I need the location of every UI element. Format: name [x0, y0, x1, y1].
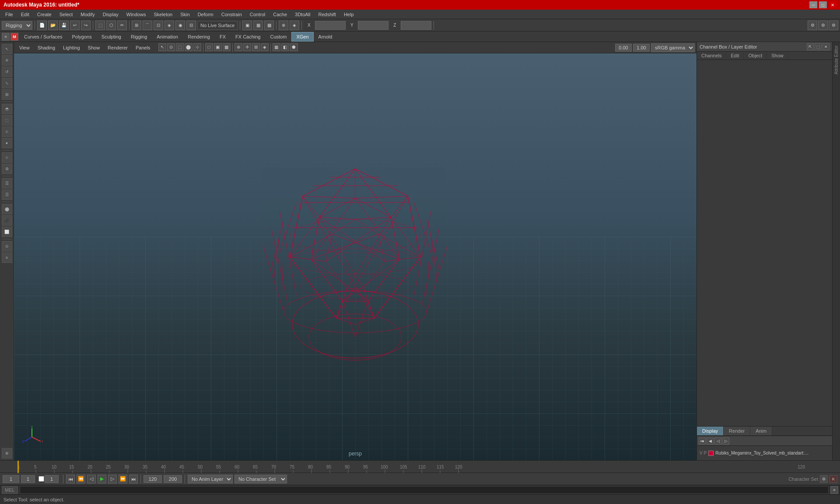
menu-create[interactable]: Create — [34, 11, 55, 18]
snap-view-icon[interactable]: ⊟ — [186, 21, 196, 30]
menu-modify[interactable]: Modify — [77, 11, 98, 18]
menu-select[interactable]: Select — [56, 11, 77, 18]
close-button[interactable]: ✕ — [829, 1, 836, 8]
edit-tab[interactable]: Edit — [726, 52, 744, 60]
vp-shading-1[interactable]: ▦ — [273, 43, 280, 51]
settings-icon-right-1[interactable]: ⚙ — [808, 21, 817, 30]
layer-nav-first[interactable]: ⏮ — [699, 438, 706, 444]
channel-close-icon[interactable]: ✕ — [822, 43, 830, 50]
menu-redshift[interactable]: Redshift — [315, 11, 340, 18]
render-layer[interactable]: ☲ — [2, 189, 12, 200]
xform-icon[interactable]: ⊕ — [279, 21, 288, 30]
menu-3dtool[interactable]: 3DtoAll — [291, 11, 314, 18]
vp-display-3[interactable]: ▩ — [223, 43, 231, 51]
mode-dropdown[interactable]: Rigging — [2, 21, 32, 30]
menu-cache[interactable]: Cache — [270, 11, 290, 18]
anim-layer-tab[interactable]: Anim — [750, 427, 772, 435]
bottom-tool[interactable]: ⊕ — [2, 448, 12, 458]
vp-view-menu[interactable]: View — [16, 44, 33, 51]
snap-curve-icon[interactable]: ⌒ — [143, 21, 152, 30]
color-space-dropdown[interactable]: sRGB gamma — [651, 43, 695, 52]
lasso-tool[interactable]: ⊂ — [2, 126, 12, 137]
select-icon[interactable]: ⬚ — [95, 21, 105, 30]
soft-select[interactable]: ◓ — [2, 104, 12, 114]
maximize-button[interactable]: □ — [819, 1, 827, 8]
char-set-menu-btn[interactable]: ⚙ — [820, 475, 828, 483]
tool-settings[interactable]: ⚙ — [2, 164, 12, 174]
menu-display[interactable]: Display — [99, 11, 122, 18]
render-layer-tab[interactable]: Render — [724, 427, 750, 435]
vp-tool-5[interactable]: ⊹ — [193, 43, 201, 51]
menu-help[interactable]: Help — [340, 11, 357, 18]
render-icon[interactable]: ▣ — [242, 21, 252, 30]
rotate-tool[interactable]: ↺ — [2, 66, 12, 77]
input-icon[interactable]: ◈ — [290, 21, 299, 30]
menu-edit[interactable]: Edit — [18, 11, 33, 18]
menu-skin[interactable]: Skin — [177, 11, 193, 18]
snap-point-icon[interactable]: ⊡ — [154, 21, 163, 30]
snap-surface-icon[interactable]: ◈ — [164, 21, 174, 30]
outliner[interactable]: ≡ — [2, 252, 12, 263]
channel-box[interactable]: ⬤ — [2, 204, 12, 214]
new-file-icon[interactable]: 📄 — [37, 21, 47, 30]
layer-color-swatch[interactable] — [708, 451, 714, 456]
snap-to-grid[interactable]: ⊹ — [2, 152, 12, 163]
vp-lighting-menu[interactable]: Lighting — [60, 44, 84, 51]
layer-nav-next-sel[interactable]: ▷ — [722, 438, 729, 444]
channel-float-icon[interactable]: ⬚ — [815, 43, 822, 50]
vp-shading-menu[interactable]: Shading — [34, 44, 59, 51]
layer-nav-prev[interactable]: ◀ — [707, 438, 714, 444]
step-back-btn[interactable]: ⏪ — [77, 475, 85, 483]
menu-deform[interactable]: Deform — [194, 11, 217, 18]
vp-shading-3[interactable]: ⬟ — [290, 43, 298, 51]
menu-windows[interactable]: Windows — [123, 11, 150, 18]
play-btn[interactable]: ▶ — [98, 475, 106, 483]
mel-input[interactable] — [20, 486, 829, 494]
menu-skeleton[interactable]: Skeleton — [150, 11, 176, 18]
vp-snap-3[interactable]: ⊞ — [252, 43, 260, 51]
vp-renderer-menu[interactable]: Renderer — [104, 44, 131, 51]
open-file-icon[interactable]: 📂 — [48, 21, 58, 30]
shelf-tab-custom[interactable]: Custom — [266, 32, 292, 42]
mel-label[interactable]: MEL — [2, 486, 18, 494]
shelf-tab-rigging[interactable]: Rigging — [126, 32, 152, 42]
shelf-menu-icon[interactable]: ≡ — [2, 33, 10, 41]
next-frame-btn[interactable]: ▷ — [108, 475, 117, 483]
select-tool[interactable]: ↖ — [2, 44, 12, 54]
vp-snap-4[interactable]: ◈ — [261, 43, 269, 51]
vp-show-menu[interactable]: Show — [84, 44, 104, 51]
auto-key-btn[interactable]: K — [830, 475, 837, 483]
tool-opts[interactable]: ⬜ — [2, 227, 12, 237]
anim-layer-dropdown[interactable]: No Anim Layer — [188, 475, 233, 483]
vp-tool-2[interactable]: ⊙ — [167, 43, 175, 51]
save-file-icon[interactable]: 💾 — [59, 21, 69, 30]
settings-icon-right-2[interactable]: ⚙ — [818, 21, 828, 30]
shelf-tab-polygons[interactable]: Polygons — [67, 32, 96, 42]
timeline-ruler[interactable]: 1 5 10 15 20 25 30 35 40 45 50 — [0, 460, 840, 472]
show-tab[interactable]: Show — [767, 52, 788, 60]
range-end-2-input[interactable] — [164, 475, 182, 483]
vp-tool-3[interactable]: ⬚ — [176, 43, 184, 51]
shelf-tab-arnold[interactable]: Arnold — [314, 32, 337, 42]
paint-select[interactable]: ● — [2, 138, 12, 148]
range-start-input[interactable] — [3, 475, 19, 483]
shelf-icon-2[interactable]: M — [10, 33, 18, 41]
vp-snap-2[interactable]: ✛ — [243, 43, 251, 51]
paint-icon[interactable]: ✏ — [117, 21, 127, 30]
step-forward-btn[interactable]: ⏩ — [119, 475, 127, 483]
attr-editor[interactable]: ⬛ — [2, 215, 12, 226]
menu-constrain[interactable]: Constrain — [218, 11, 245, 18]
vp-snap-1[interactable]: ⊕ — [234, 43, 242, 51]
x-input[interactable] — [315, 21, 346, 30]
display-layer[interactable]: ☰ — [2, 178, 12, 189]
snap-grid-icon[interactable]: ⊞ — [132, 21, 141, 30]
universal-tool[interactable]: ⊞ — [2, 89, 12, 100]
vp-tool-4[interactable]: ⬤ — [185, 43, 192, 51]
go-to-end-btn[interactable]: ⏭ — [129, 475, 138, 483]
shelf-tab-xgen[interactable]: XGen — [291, 32, 313, 42]
snap-live-icon[interactable]: ◉ — [175, 21, 185, 30]
vp-display-1[interactable]: □ — [205, 43, 213, 51]
vp-tool-1[interactable]: ↖ — [158, 43, 166, 51]
hypergraph[interactable]: ⊙ — [2, 241, 12, 252]
exposure-input[interactable] — [615, 44, 632, 52]
